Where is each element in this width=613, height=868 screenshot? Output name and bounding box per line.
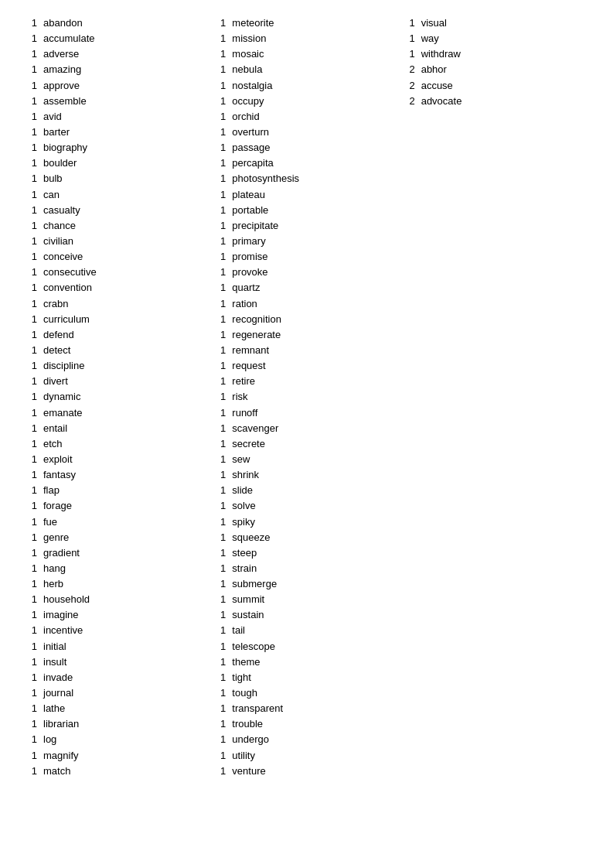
word-number: 1 <box>212 670 226 685</box>
word-text: crabn <box>43 296 69 312</box>
word-number: 1 <box>23 421 37 436</box>
word-row: 1can <box>23 187 212 203</box>
word-number: 1 <box>212 155 226 171</box>
word-number: 1 <box>23 327 37 343</box>
word-number: 1 <box>212 312 226 327</box>
word-text: adverse <box>43 46 79 62</box>
word-text: herb <box>43 576 63 592</box>
word-text: retire <box>232 374 255 389</box>
word-row: 1scavenger <box>212 421 400 436</box>
word-text: spiky <box>232 514 255 530</box>
word-text: boulder <box>43 155 77 171</box>
word-row: 1overturn <box>212 125 400 140</box>
word-row: 1household <box>23 592 212 607</box>
word-text: casualty <box>43 203 80 218</box>
word-row: 1photosynthesis <box>212 171 400 186</box>
word-number: 1 <box>212 483 226 498</box>
word-row: 2abhor <box>401 62 590 77</box>
word-text: portable <box>232 203 268 218</box>
word-number: 1 <box>23 125 37 140</box>
word-row: 1detect <box>23 343 212 358</box>
word-row: 1mosaic <box>212 46 400 62</box>
word-row: 1strain <box>212 561 400 576</box>
word-text: withdraw <box>421 46 461 62</box>
word-text: photosynthesis <box>232 171 299 186</box>
word-row: 1spiky <box>212 514 400 530</box>
word-row: 1insult <box>23 654 212 670</box>
word-text: visual <box>421 15 447 31</box>
column-1: 1meteorite1mission1mosaic1nebula1nostalg… <box>212 15 400 779</box>
word-number: 1 <box>212 265 226 280</box>
word-number: 1 <box>212 748 226 764</box>
word-number: 1 <box>23 280 37 296</box>
word-row: 1gradient <box>23 545 212 561</box>
word-text: librarian <box>43 716 79 732</box>
word-row: 1consecutive <box>23 265 212 280</box>
word-row: 1squeeze <box>212 530 400 545</box>
word-text: nostalgia <box>232 78 272 94</box>
word-number: 1 <box>212 343 226 358</box>
word-text: journal <box>43 685 73 701</box>
word-text: discipline <box>43 358 84 374</box>
word-number: 1 <box>23 561 37 576</box>
word-row: 2advocate <box>401 94 590 109</box>
word-row: 1fantasy <box>23 467 212 483</box>
word-text: insult <box>43 654 66 670</box>
word-number: 1 <box>212 31 226 46</box>
word-text: risk <box>232 389 247 405</box>
word-text: approve <box>43 78 80 94</box>
word-number: 1 <box>212 296 226 312</box>
word-text: mission <box>232 31 266 46</box>
word-number: 1 <box>212 327 226 343</box>
word-number: 1 <box>212 249 226 265</box>
word-number: 1 <box>212 514 226 530</box>
word-text: fantasy <box>43 467 76 483</box>
word-number: 1 <box>23 31 37 46</box>
word-number: 1 <box>401 46 415 62</box>
word-number: 2 <box>401 62 415 77</box>
word-text: scavenger <box>232 421 278 436</box>
word-number: 1 <box>212 78 226 94</box>
word-number: 1 <box>23 203 37 218</box>
word-text: conceive <box>43 249 83 265</box>
word-number: 1 <box>212 639 226 654</box>
word-text: secrete <box>232 436 265 452</box>
word-number: 1 <box>23 498 37 514</box>
word-row: 1librarian <box>23 716 212 732</box>
word-row: 1hang <box>23 561 212 576</box>
word-text: gradient <box>43 545 80 561</box>
word-text: advocate <box>421 94 462 109</box>
word-text: exploit <box>43 452 73 467</box>
word-row: 1primary <box>212 234 400 249</box>
word-row: 1lathe <box>23 701 212 716</box>
word-row: 1flap <box>23 483 212 498</box>
word-number: 1 <box>212 467 226 483</box>
word-text: telescope <box>232 639 275 654</box>
word-number: 1 <box>23 389 37 405</box>
word-row: 1incentive <box>23 623 212 638</box>
word-number: 1 <box>23 249 37 265</box>
word-text: accumulate <box>43 31 94 46</box>
word-text: invade <box>43 670 73 685</box>
word-number: 1 <box>212 498 226 514</box>
word-row: 1percapita <box>212 155 400 171</box>
word-text: remnant <box>232 343 269 358</box>
word-row: 1casualty <box>23 203 212 218</box>
word-row: 1shrink <box>212 467 400 483</box>
word-text: initial <box>43 639 66 654</box>
word-text: transparent <box>232 701 283 716</box>
word-text: avid <box>43 109 62 125</box>
word-text: fue <box>43 514 57 530</box>
word-number: 1 <box>23 358 37 374</box>
word-text: orchid <box>232 109 259 125</box>
word-number: 1 <box>23 218 37 234</box>
word-row: 1adverse <box>23 46 212 62</box>
word-number: 1 <box>212 218 226 234</box>
word-number: 1 <box>212 545 226 561</box>
word-text: tight <box>232 670 251 685</box>
word-text: regenerate <box>232 327 281 343</box>
word-number: 1 <box>212 436 226 452</box>
word-row: 1assemble <box>23 94 212 109</box>
word-row: 1transparent <box>212 701 400 716</box>
word-row: 1visual <box>401 15 590 31</box>
